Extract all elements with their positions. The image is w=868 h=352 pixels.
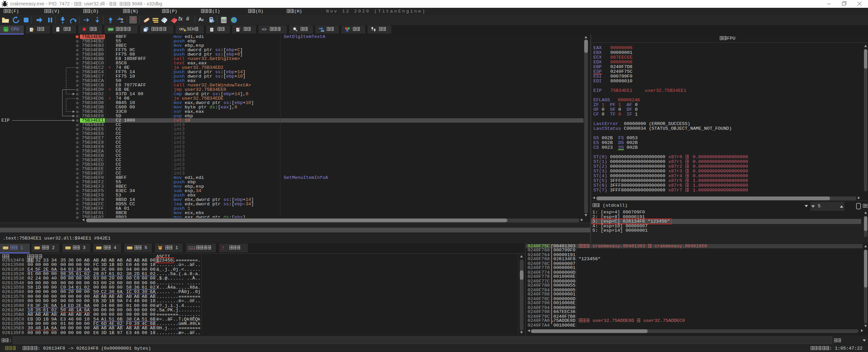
svg-text:<>: <> [262,27,267,32]
svg-text:?: ? [222,246,224,251]
svg-text:32: 32 [4,28,7,31]
svg-text:[x=]: [x=] [189,247,196,250]
svg-text:!: ! [185,29,186,32]
svg-text:<>: <> [211,28,214,32]
